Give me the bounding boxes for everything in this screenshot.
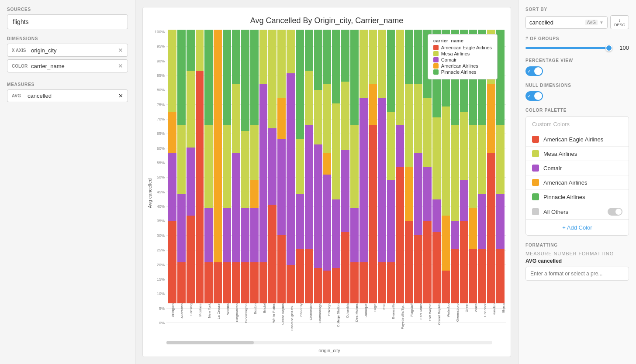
measure-number-label: MEASURE NUMBER FORMATTING <box>525 251 629 256</box>
bar-segment <box>350 30 359 125</box>
dimension-color[interactable]: Color carrier_name ✕ <box>7 59 128 72</box>
bar-segment <box>277 98 286 139</box>
bar-segment <box>378 98 386 262</box>
color-tag: Color <box>12 64 28 69</box>
y-tick-label: 5% <box>152 306 165 311</box>
format-input[interactable] <box>525 267 629 281</box>
palette-item-5[interactable]: All Others <box>526 204 629 220</box>
bar-column: Champaign/Urb... <box>287 30 295 303</box>
palette-item-3[interactable]: American Airlines <box>526 175 629 190</box>
bar-segment <box>287 30 295 73</box>
x-label-city: Des Moines <box>355 303 359 322</box>
bar-column: Chattanooga <box>314 30 322 303</box>
bar-segment <box>323 175 332 270</box>
bar-segment <box>396 125 404 166</box>
null-toggle[interactable]: ✓ <box>525 91 543 101</box>
bar-segment <box>177 125 186 194</box>
sort-dir-button[interactable]: ↓ DESC <box>610 15 629 29</box>
palette-item-2[interactable]: Comair <box>526 161 629 175</box>
measure-close-icon[interactable]: ✕ <box>118 93 123 99</box>
bar-segment <box>332 30 340 103</box>
y-tick-label: 90% <box>152 59 165 63</box>
bar-segment <box>196 71 204 303</box>
palette-item-1[interactable]: Mesa Airlines <box>526 147 629 161</box>
scrollbar-thumb[interactable] <box>166 341 254 344</box>
x-label-city: New York <box>207 303 211 318</box>
bar-segment <box>341 232 349 303</box>
bar-segment <box>305 71 313 125</box>
x-label-city: Cedar Rapids <box>281 303 285 325</box>
x-label-city: Lansing <box>189 303 193 316</box>
bar-column: Charleston <box>305 30 313 303</box>
y-tick-label: 30% <box>152 234 165 238</box>
bar-stack <box>277 30 286 303</box>
color-palette-label: COLOR PALETTE <box>525 108 629 113</box>
y-tick-label: 95% <box>152 44 165 48</box>
slider-fill <box>525 47 608 49</box>
groups-slider[interactable] <box>525 47 612 49</box>
bar-column: Eagle <box>369 30 377 303</box>
bar-segment <box>423 167 432 221</box>
bar-segment <box>323 153 332 175</box>
bar-segment <box>414 84 422 153</box>
sort-select[interactable]: cancelled AVG ▼ <box>525 16 608 29</box>
chart-inner: Avg cancelled 100%95%90%85%80%75%70%65%6… <box>143 30 511 357</box>
y-tick-label: 70% <box>152 117 165 121</box>
bar-segment <box>396 167 404 304</box>
all-others-toggle[interactable] <box>608 208 622 216</box>
bar-stack <box>387 30 395 303</box>
bar-segment <box>250 262 259 303</box>
bar-segment <box>214 30 222 262</box>
x-label-city: Champaign/Urb... <box>290 303 294 331</box>
dimensions-section: DIMENSIONS X Axis origin_city ✕ Color ca… <box>7 36 128 75</box>
bar-stack <box>341 30 349 303</box>
bar-column: College Station <box>332 30 340 303</box>
bar-segment <box>323 30 332 84</box>
bar-stack <box>405 30 413 303</box>
legend-label-1: Mesa Airlines <box>441 51 470 56</box>
color-close-icon[interactable]: ✕ <box>118 62 123 69</box>
bar-segment <box>451 221 459 249</box>
bar-stack <box>314 30 322 303</box>
scrollbar-track[interactable] <box>166 341 492 344</box>
palette-item-0[interactable]: American Eagle Airlines <box>526 132 629 147</box>
y-tick-label: 50% <box>152 175 165 179</box>
measure-cancelled[interactable]: AVG cancelled ✕ <box>7 89 128 102</box>
bar-column: Cedar Rapids <box>277 30 286 303</box>
bar-segment <box>341 82 349 150</box>
bar-segment <box>423 221 432 303</box>
dimension-x-axis[interactable]: X Axis origin_city ✕ <box>7 44 128 57</box>
legend-label-3: American Airlines <box>441 63 478 69</box>
legend-swatch-3 <box>433 63 439 69</box>
bar-segment <box>405 167 413 221</box>
bar-segment <box>378 262 386 303</box>
sort-avg-badge: AVG <box>585 20 598 25</box>
y-tick-label: 10% <box>152 292 165 296</box>
source-value[interactable]: flights <box>7 14 128 29</box>
bar-segment <box>387 30 395 112</box>
percentage-view-label: PERCENTAGE VIEW <box>525 58 629 63</box>
y-tick-label: 80% <box>152 88 165 92</box>
palette-swatch-2 <box>532 165 539 172</box>
bar-column: Mosinee <box>196 30 204 303</box>
add-color-button[interactable]: + Add Color <box>526 220 629 235</box>
bar-stack <box>296 30 304 303</box>
y-tick-label: 55% <box>152 161 165 165</box>
bar-segment <box>314 268 322 304</box>
legend-item-2: Comair <box>433 57 492 62</box>
x-label-city: White Plains <box>272 303 276 323</box>
bar-segment <box>487 153 495 303</box>
y-tick-label: 15% <box>152 277 165 282</box>
x-label-city: Chantilly <box>299 303 303 317</box>
palette-item-4[interactable]: Pinnacle Airlines <box>526 190 629 204</box>
bar-segment <box>232 30 240 84</box>
legend-title: carrier_name <box>433 38 492 43</box>
percentage-toggle[interactable]: ✓ <box>525 66 543 76</box>
bar-segment <box>478 125 486 194</box>
bar-segment <box>187 148 195 216</box>
x-axis-close-icon[interactable]: ✕ <box>118 47 123 54</box>
bar-stack <box>232 30 240 303</box>
bar-segment <box>268 128 277 205</box>
bar-column: Bloomington <box>241 30 249 303</box>
palette-box: Custom Colors American Eagle Airlines Me… <box>525 116 629 236</box>
